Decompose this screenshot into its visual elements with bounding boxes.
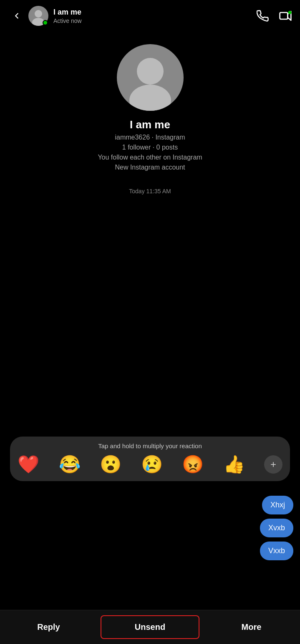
svg-point-0 xyxy=(35,10,42,17)
online-indicator xyxy=(43,20,48,25)
reaction-emojis: ❤️ 😂 😮 😢 😡 👍 + xyxy=(18,455,282,474)
video-button[interactable] xyxy=(278,9,292,23)
profile-section: I am me iamme3626 · Instagram 1 follower… xyxy=(0,32,300,180)
profile-stats: 1 follower · 0 posts xyxy=(122,144,178,151)
call-button[interactable] xyxy=(256,9,270,23)
svg-rect-2 xyxy=(280,12,288,19)
profile-follow-status: You follow each other on Instagram xyxy=(98,154,202,161)
unsend-button[interactable]: Unsend xyxy=(101,615,199,639)
reply-button[interactable]: Reply xyxy=(0,610,97,644)
bottom-action-bar: Reply Unsend More xyxy=(0,610,300,644)
profile-account-type: New Instagram account xyxy=(115,164,185,171)
back-button[interactable] xyxy=(8,7,26,25)
svg-point-4 xyxy=(288,11,292,14)
header-info: I am me Active now xyxy=(53,8,256,24)
reaction-angry[interactable]: 😡 xyxy=(182,456,204,473)
more-button[interactable]: More xyxy=(203,610,300,644)
message-timestamp: Today 11:35 AM xyxy=(0,188,300,195)
svg-point-6 xyxy=(129,85,171,111)
messages-container: Xhxj Xvxb Vxxb xyxy=(260,496,293,560)
reaction-hint: Tap and hold to multiply your reaction xyxy=(18,442,282,449)
reaction-cry[interactable]: 😢 xyxy=(141,456,163,473)
reaction-popup: Tap and hold to multiply your reaction ❤… xyxy=(10,437,290,481)
reaction-thumbsup[interactable]: 👍 xyxy=(223,456,245,473)
reaction-more-button[interactable]: + xyxy=(264,455,282,474)
reaction-wow[interactable]: 😮 xyxy=(100,456,121,473)
header-avatar-wrap[interactable] xyxy=(28,6,48,26)
svg-point-5 xyxy=(137,58,164,85)
message-bubble-1[interactable]: Xhxj xyxy=(262,496,293,514)
profile-name: I am me xyxy=(130,118,170,131)
message-bubble-3[interactable]: Vxxb xyxy=(260,542,293,560)
reaction-heart[interactable]: ❤️ xyxy=(18,456,39,473)
profile-avatar[interactable] xyxy=(117,44,184,111)
header: I am me Active now xyxy=(0,0,300,32)
message-bubble-2[interactable]: Xvxb xyxy=(260,519,293,537)
reaction-laugh[interactable]: 😂 xyxy=(59,456,81,473)
profile-username: iamme3626 · Instagram xyxy=(115,134,185,141)
header-name: I am me xyxy=(53,8,256,17)
header-actions xyxy=(256,9,292,23)
app-screen: I am me Active now xyxy=(0,0,300,644)
header-status: Active now xyxy=(53,17,256,24)
